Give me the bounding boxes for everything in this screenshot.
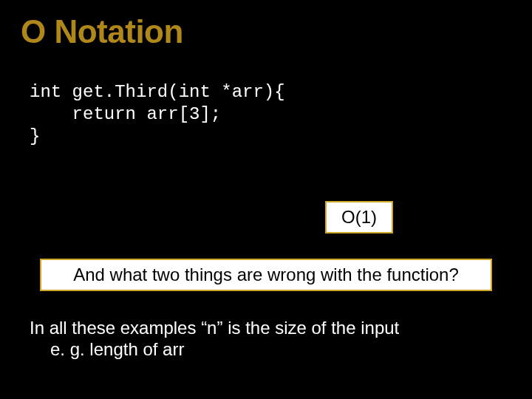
complexity-callout: O(1) (325, 201, 393, 233)
footnote-line-1: In all these examples “n” is the size of… (30, 318, 502, 339)
question-callout: And what two things are wrong with the f… (40, 259, 492, 291)
code-line-3: } (30, 126, 40, 146)
slide-title: O Notation (21, 13, 183, 50)
footnote: In all these examples “n” is the size of… (30, 318, 502, 361)
footnote-line-2: e. g. length of arr (30, 339, 502, 361)
question-text: And what two things are wrong with the f… (73, 265, 459, 285)
complexity-text: O(1) (341, 207, 377, 228)
code-line-1: int get.Third(int *arr){ (30, 82, 285, 102)
code-line-2: return arr[3]; (30, 104, 221, 124)
code-block: int get.Third(int *arr){ return arr[3]; … (30, 81, 285, 148)
slide: O Notation int get.Third(int *arr){ retu… (0, 0, 532, 399)
